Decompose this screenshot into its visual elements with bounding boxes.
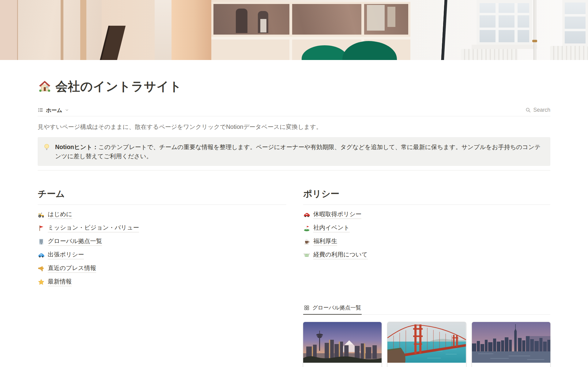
view-tab-label: ホーム (46, 107, 62, 114)
page-content: 会社のイントラサイト ホーム Search 見やすいページ構成はそのままに、散在… (0, 79, 588, 367)
card-san-francisco[interactable]: サンフランシスコ (387, 322, 466, 367)
cover-poster (387, 7, 395, 27)
cover-window-mullion (361, 2, 364, 37)
page-link-global-offices[interactable]: グローバル拠点一覧 (38, 235, 286, 248)
view-tab-home[interactable]: ホーム (38, 107, 69, 114)
cover-window-mullion (289, 37, 292, 60)
global-offices-gallery: グローバル拠点一覧 (303, 303, 550, 367)
cover-window-mullion (289, 2, 292, 37)
page-link-company-events[interactable]: 社内イベント (303, 221, 550, 235)
page-link-press[interactable]: 直近のプレス情報 (38, 262, 286, 275)
cover-radiator (550, 46, 588, 60)
policy-link-list: 休暇取得ポリシー 社内イベント 福利厚生 経費の利用について (303, 208, 550, 262)
card-san-francisco-footer: サンフランシスコ (387, 363, 466, 367)
heading-rule (38, 204, 286, 205)
divider (38, 170, 550, 170)
office-building-icon (38, 238, 45, 245)
cover-glass-partition (18, 0, 102, 60)
triangular-flag-icon (38, 225, 45, 232)
page-link-benefits[interactable]: 福利厚生 (303, 235, 550, 248)
callout-lead: Notionヒント： (55, 144, 98, 150)
page-link-latest-news[interactable]: 最新情報 (38, 275, 286, 289)
star-icon (38, 279, 45, 286)
two-column-layout: チーム はじめに ミッション・ビジョン・バリュー グローバル拠点一覧 出張ポリ (38, 188, 550, 367)
coffee-icon (303, 238, 310, 245)
light-bulb-icon (43, 143, 51, 151)
policy-heading: ポリシー (303, 188, 550, 199)
cover-person-silhouette (236, 9, 247, 33)
cover-window-grid (562, 0, 588, 46)
gallery-cards: シアトル (303, 322, 550, 367)
house-icon (38, 79, 52, 93)
cover-person-apron (260, 19, 266, 32)
card-new-york-footer: ニューヨーク (472, 363, 550, 367)
search-label: Search (533, 107, 550, 113)
callout-body: このテンプレートで、チームの重要な情報を整理します。ページにオーナーや有効期限、… (55, 144, 541, 159)
chevron-down-icon[interactable] (65, 108, 69, 112)
blue-car-icon (38, 252, 45, 259)
cover-pillar (172, 0, 211, 60)
gallery-tab-label: グローバル拠点一覧 (312, 304, 361, 311)
card-seattle-footer: シアトル (303, 363, 382, 367)
page-link-hajimeni[interactable]: はじめに (38, 208, 286, 221)
cover-light-strip (155, 0, 172, 60)
golden-gate-photo (387, 322, 466, 363)
golf-flag-icon (303, 225, 310, 232)
megaphone-icon (38, 265, 45, 272)
page-title: 会社のイントラサイト (38, 79, 550, 94)
cover-left-panel (0, 0, 18, 60)
cover-wood-post (61, 0, 63, 60)
page-link-travel-policy[interactable]: 出張ポリシー (38, 248, 286, 262)
red-car-icon (303, 211, 310, 218)
cover-pipe (533, 0, 537, 60)
page-link-expenses[interactable]: 経費の利用について (303, 248, 550, 262)
team-link-list: はじめに ミッション・ビジョン・バリュー グローバル拠点一覧 出張ポリシー 直近… (38, 208, 286, 289)
cover-poster (367, 5, 385, 31)
search-button[interactable]: Search (525, 107, 550, 113)
page-description: 見やすいページ構成はそのままに、散在するページをワンクリックでNotionデータ… (38, 122, 550, 131)
page-title-text: 会社のイントラサイト (55, 79, 182, 94)
cover-radiator (461, 49, 518, 60)
bulleted-list-icon (38, 107, 43, 113)
callout-text: Notionヒント：このテンプレートで、チームの重要な情報を整理します。ページに… (55, 142, 545, 161)
cover-dark-board (99, 26, 126, 60)
heading-rule (303, 204, 550, 205)
cover-image (0, 0, 588, 60)
new-york-photo (472, 322, 550, 363)
cover-window-grid (477, 0, 532, 45)
card-new-york[interactable]: ニューヨーク (472, 322, 550, 367)
view-bar: ホーム Search (38, 104, 550, 116)
cover-pipe-valve (532, 40, 537, 42)
seattle-photo (303, 322, 382, 363)
card-seattle[interactable]: シアトル (303, 322, 382, 367)
policy-column: ポリシー 休暇取得ポリシー 社内イベント 福利厚生 経費の利用について (303, 188, 550, 367)
gallery-tab-global-offices[interactable]: グローバル拠点一覧 (303, 303, 362, 315)
page-link-vacation-policy[interactable]: 休暇取得ポリシー (303, 208, 550, 221)
search-icon (525, 107, 531, 113)
tractor-icon (38, 211, 45, 218)
money-with-wings-icon (303, 252, 310, 259)
gallery-tab-bar: グローバル拠点一覧 (303, 303, 550, 315)
team-column: チーム はじめに ミッション・ビジョン・バリュー グローバル拠点一覧 出張ポリ (38, 188, 286, 367)
notion-hint-callout: Notionヒント：このテンプレートで、チームの重要な情報を整理します。ページに… (38, 137, 550, 166)
cover-window-sill (472, 45, 537, 49)
team-heading: チーム (38, 188, 286, 199)
cover-wood-post (80, 0, 86, 60)
page-link-mission-vision-value[interactable]: ミッション・ビジョン・バリュー (38, 221, 286, 235)
gallery-view-icon (304, 305, 310, 311)
